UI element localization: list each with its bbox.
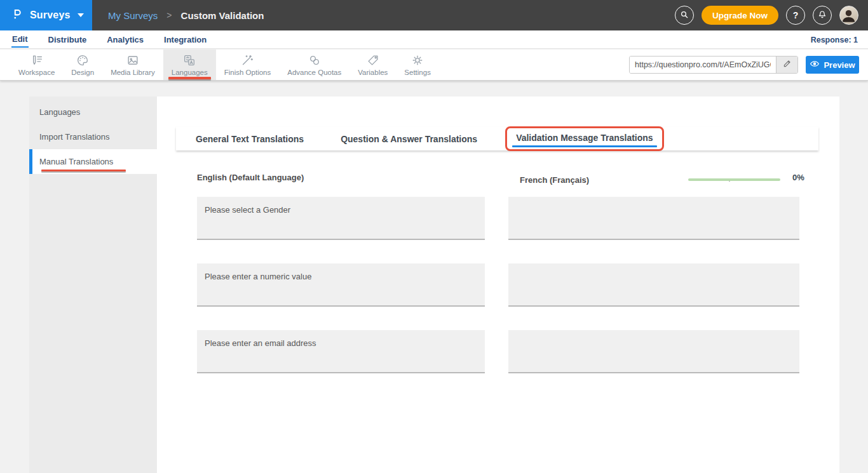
search-icon [679,10,689,22]
toolbar-item-label: Advance Quotas [287,69,341,76]
source-language-label: English (Default Language) [197,173,304,182]
product-name: Surveys [30,10,71,21]
tab-integration[interactable]: Integration [163,32,207,47]
toolbar-item-media-library[interactable]: Media Library [102,50,163,80]
edit-toolbar: Workspace Design Media Library [0,50,868,81]
target-language-label: French (Français) [520,175,589,185]
preview-button[interactable]: Preview [806,56,859,74]
sidebar-item-languages[interactable]: Languages [29,100,157,124]
pencil-icon [783,59,792,70]
breadcrumb-my-surveys[interactable]: My Surveys [108,10,158,21]
page-title: Custom Validation [181,10,264,21]
preview-label: Preview [824,60,855,70]
translation-progress-percent: 0% [792,173,804,182]
notifications-button[interactable] [813,6,832,25]
design-palette-icon [76,53,90,67]
toolbar-item-settings[interactable]: Settings [396,50,439,80]
toolbar-item-label: Workspace [18,69,55,76]
source-message-email: Please enter an email address [197,330,485,373]
toolbar-item-finish-options[interactable]: Finish Options [216,50,280,80]
toolbar-item-label: Languages [172,69,208,76]
target-message-gender-input[interactable] [508,197,799,240]
target-message-email-input[interactable] [508,330,799,373]
breadcrumb: My Surveys > Custom Validation [108,10,264,21]
tab-validation-message-translations[interactable]: Validation Message Translations [505,126,664,151]
sidebar-item-manual-translations[interactable]: Manual Translations [29,149,157,174]
survey-url-group [629,56,798,74]
toolbar-item-advance-quotas[interactable]: Advance Quotas [279,50,349,80]
translation-progress-bar [688,178,780,181]
toolbar-item-variables[interactable]: Variables [349,50,396,80]
question-mark-icon: ? [793,10,799,20]
header-actions: Upgrade Now ? [675,6,868,25]
help-button[interactable]: ? [786,6,805,25]
active-tab-indicator [512,145,657,147]
media-library-icon [126,53,140,67]
questionpro-logo-icon [10,7,24,23]
toolbar-item-label: Media Library [111,69,155,76]
annotation-underline-languages [168,77,211,79]
toolbar-item-label: Finish Options [224,69,271,76]
eye-icon [810,60,820,70]
sidebar-item-label: Manual Translations [39,157,113,166]
breadcrumb-separator: > [166,10,172,20]
workspace-icon [30,53,44,67]
gear-icon [410,53,424,67]
caret-down-icon [78,13,84,17]
magic-wand-icon [240,53,254,67]
annotation-underline-manual-translations [41,170,126,171]
response-count[interactable]: Response: 1 [811,30,858,49]
toolbar-item-workspace[interactable]: Workspace [10,50,63,80]
tab-general-text-translations[interactable]: General Text Translations [187,134,313,144]
translation-tabs: General Text Translations Question & Ans… [176,127,818,150]
target-message-numeric-input[interactable] [508,263,799,307]
tag-icon [366,53,380,67]
source-message-numeric: Please enter a numeric value [197,263,485,307]
languages-panel: Languages Import Translations Manual Tra… [29,97,839,473]
tab-label: Validation Message Translations [516,133,653,143]
tab-question-answer-translations[interactable]: Question & Answer Translations [332,134,486,144]
toolbar-item-design[interactable]: Design [63,50,102,80]
product-switcher[interactable]: Surveys [0,0,92,30]
top-header: Surveys My Surveys > Custom Validation U… [0,0,868,30]
toolbar-item-languages[interactable]: Languages [163,50,216,80]
toolbar-item-label: Variables [358,69,388,76]
bell-icon [817,10,827,22]
upgrade-now-button[interactable]: Upgrade Now [702,6,778,25]
tab-edit[interactable]: Edit [11,31,29,48]
chain-links-icon [308,53,322,67]
sidebar-item-import-translations[interactable]: Import Translations [29,124,157,149]
languages-sidebar: Languages Import Translations Manual Tra… [29,97,157,473]
app-screen: Surveys My Surveys > Custom Validation U… [0,0,868,473]
search-button[interactable] [675,6,694,25]
toolbar-item-label: Design [71,69,94,76]
languages-icon [182,53,196,67]
tab-distribute[interactable]: Distribute [48,32,88,47]
toolbar-item-label: Settings [404,69,431,76]
manual-translations-content: General Text Translations Question & Ans… [157,97,839,473]
survey-url-input[interactable] [630,57,776,73]
edit-url-button[interactable] [776,57,797,73]
tab-analytics[interactable]: Analytics [106,32,144,47]
user-avatar[interactable] [839,6,858,25]
survey-nav: Edit Distribute Analytics Integration Re… [0,30,868,49]
source-message-gender: Please select a Gender [197,197,485,240]
